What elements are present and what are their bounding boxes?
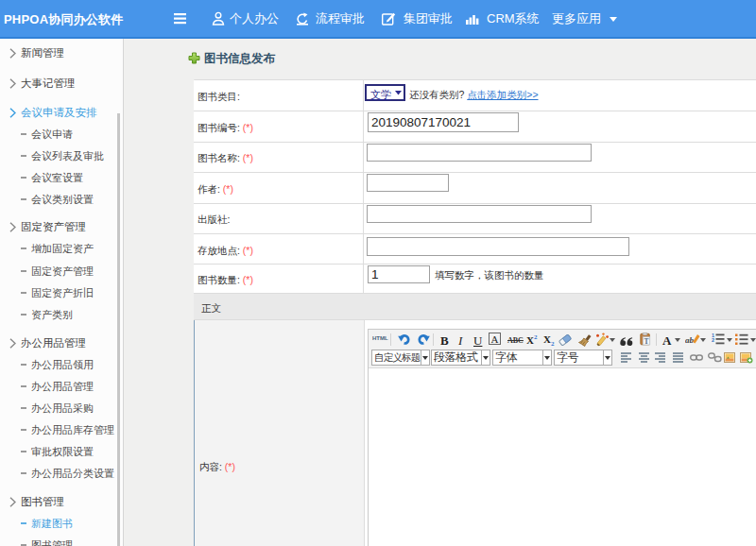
svg-text:T: T: [644, 337, 648, 346]
svg-text:ab: ab: [685, 335, 695, 345]
svg-text:2: 2: [712, 337, 714, 343]
